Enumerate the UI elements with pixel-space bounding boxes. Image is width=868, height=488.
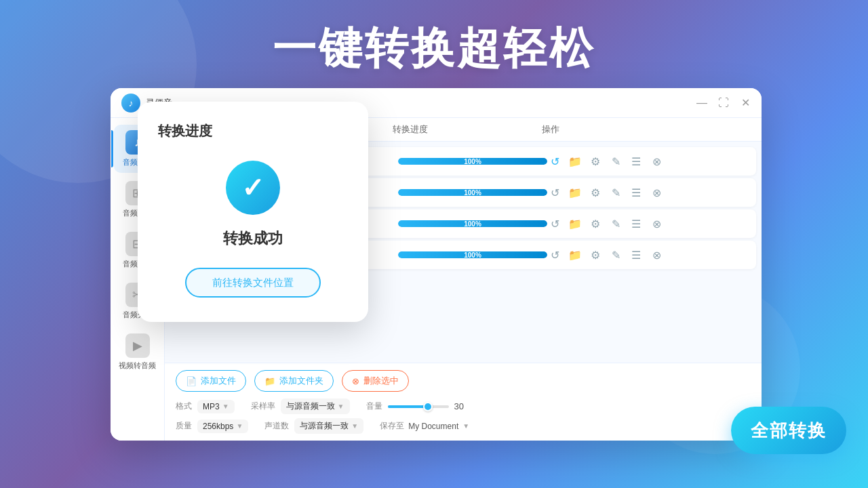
add-folder-label: 添加文件夹 bbox=[279, 375, 323, 387]
delete-icon-1[interactable]: ⊗ bbox=[649, 154, 664, 169]
refresh-icon-4[interactable]: ↺ bbox=[547, 247, 562, 262]
app-logo-symbol: ♪ bbox=[129, 98, 134, 108]
add-file-button[interactable]: 📄 添加文件 bbox=[176, 370, 246, 392]
quality-label: 质量 bbox=[176, 420, 192, 432]
convert-all-label: 全部转换 bbox=[751, 419, 827, 443]
delete-icon-2[interactable]: ⊗ bbox=[649, 185, 664, 200]
channel-arrow-icon: ▼ bbox=[351, 422, 358, 430]
list-icon-3[interactable]: ☰ bbox=[629, 216, 644, 231]
volume-slider[interactable] bbox=[388, 405, 449, 408]
save-path-arrow-icon: ▼ bbox=[462, 422, 469, 430]
delete-icon-3[interactable]: ⊗ bbox=[649, 216, 664, 231]
toolbar-row1: 📄 添加文件 📁 添加文件夹 ⊗ 删除选中 bbox=[176, 370, 751, 392]
sample-rate-label: 采样率 bbox=[251, 401, 275, 412]
folder-icon-2[interactable]: 📁 bbox=[568, 185, 583, 200]
quality-select[interactable]: 256kbps ▼ bbox=[197, 420, 248, 433]
volume-thumb[interactable] bbox=[423, 402, 433, 411]
format-label: 格式 bbox=[176, 401, 192, 412]
hero-title: 一键转换超轻松 bbox=[0, 19, 868, 78]
success-icon: ✓ bbox=[226, 161, 280, 215]
col-header-progress: 转换进度 bbox=[393, 123, 542, 136]
save-path-label: 保存至 bbox=[380, 420, 404, 432]
channel-value: 与源音频一致 bbox=[300, 420, 349, 432]
volume-setting: 音量 30 bbox=[366, 401, 464, 412]
close-button[interactable]: ✕ bbox=[740, 98, 751, 108]
folder-icon-1[interactable]: 📁 bbox=[568, 154, 583, 169]
add-file-label: 添加文件 bbox=[201, 375, 236, 387]
row-actions-4: ↺ 📁 ⚙ ✎ ☰ ⊗ bbox=[547, 247, 745, 262]
delete-selected-label: 删除选中 bbox=[363, 375, 399, 387]
progress-label-1: 100% bbox=[464, 158, 481, 165]
format-select[interactable]: MP3 ▼ bbox=[197, 400, 235, 413]
app-logo: ♪ bbox=[121, 94, 140, 113]
save-path-value: My Document bbox=[408, 422, 458, 431]
format-value: MP3 bbox=[203, 402, 220, 411]
list-icon-1[interactable]: ☰ bbox=[629, 154, 644, 169]
success-text: 转换成功 bbox=[223, 228, 283, 249]
progress-label-2: 100% bbox=[464, 189, 481, 196]
video-to-audio-icon: ▶ bbox=[125, 333, 150, 358]
folder-icon-3[interactable]: 📁 bbox=[568, 216, 583, 231]
settings-icon-4[interactable]: ⚙ bbox=[588, 247, 603, 262]
sidebar-label-video-to-audio: 视频转音频 bbox=[119, 361, 156, 371]
volume-value: 30 bbox=[454, 401, 464, 411]
toolbar-row2: 格式 MP3 ▼ 采样率 与源音频一致 ▼ 音量 bbox=[176, 399, 751, 414]
row-actions-3: ↺ 📁 ⚙ ✎ ☰ ⊗ bbox=[547, 216, 745, 231]
add-folder-button[interactable]: 📁 添加文件夹 bbox=[254, 370, 334, 392]
maximize-button[interactable]: ⛶ bbox=[718, 98, 729, 108]
title-bar-controls: — ⛶ ✕ bbox=[696, 98, 751, 108]
channel-select[interactable]: 与源音频一致 ▼ bbox=[294, 418, 363, 434]
row-actions-1: ↺ 📁 ⚙ ✎ ☰ ⊗ bbox=[547, 154, 745, 169]
format-setting: 格式 MP3 ▼ bbox=[176, 400, 235, 413]
delete-icon-4[interactable]: ⊗ bbox=[649, 247, 664, 262]
row-progress-1: 100% bbox=[398, 158, 547, 165]
sample-rate-arrow-icon: ▼ bbox=[338, 403, 344, 410]
edit-icon-2[interactable]: ✎ bbox=[608, 185, 623, 200]
quality-setting: 质量 256kbps ▼ bbox=[176, 420, 248, 433]
channel-setting: 声道数 与源音频一致 ▼ bbox=[264, 418, 363, 434]
row-actions-2: ↺ 📁 ⚙ ✎ ☰ ⊗ bbox=[547, 185, 745, 200]
convert-all-button[interactable]: 全部转换 bbox=[731, 407, 846, 454]
toolbar-row3: 质量 256kbps ▼ 声道数 与源音频一致 ▼ bbox=[176, 418, 751, 434]
delete-icon: ⊗ bbox=[352, 376, 359, 386]
folder-icon-4[interactable]: 📁 bbox=[568, 247, 583, 262]
save-path-setting: 保存至 My Document ▼ bbox=[380, 420, 469, 432]
sidebar-item-video-to-audio[interactable]: ▶ 视频转音频 bbox=[114, 328, 161, 376]
sample-rate-value: 与源音频一致 bbox=[286, 401, 335, 412]
volume-label: 音量 bbox=[366, 401, 382, 412]
refresh-icon-2[interactable]: ↺ bbox=[547, 185, 562, 200]
settings-icon-2[interactable]: ⚙ bbox=[588, 185, 603, 200]
sample-rate-select[interactable]: 与源音频一致 ▼ bbox=[281, 399, 350, 414]
volume-fill bbox=[388, 405, 425, 408]
row-progress-2: 100% bbox=[398, 189, 547, 196]
modal-card: 转换进度 ✓ 转换成功 前往转换文件位置 bbox=[138, 102, 368, 322]
col-header-operation: 操作 bbox=[542, 123, 751, 136]
quality-arrow-icon: ▼ bbox=[236, 422, 243, 430]
progress-label-3: 100% bbox=[464, 220, 481, 227]
edit-icon-3[interactable]: ✎ bbox=[608, 216, 623, 231]
refresh-icon-1[interactable]: ↺ bbox=[547, 154, 562, 169]
add-folder-icon: 📁 bbox=[264, 376, 275, 386]
list-icon-4[interactable]: ☰ bbox=[629, 247, 644, 262]
delete-selected-button[interactable]: ⊗ 删除选中 bbox=[342, 370, 409, 392]
quality-value: 256kbps bbox=[203, 422, 233, 431]
minimize-button[interactable]: — bbox=[696, 98, 707, 108]
check-icon: ✓ bbox=[241, 172, 264, 203]
add-file-icon: 📄 bbox=[186, 376, 197, 386]
format-arrow-icon: ▼ bbox=[222, 403, 229, 410]
edit-icon-4[interactable]: ✎ bbox=[608, 247, 623, 262]
row-progress-3: 100% bbox=[398, 220, 547, 227]
row-progress-4: 100% bbox=[398, 251, 547, 258]
progress-label-4: 100% bbox=[464, 251, 481, 258]
settings-icon-1[interactable]: ⚙ bbox=[588, 154, 603, 169]
bottom-toolbar: 📄 添加文件 📁 添加文件夹 ⊗ 删除选中 格式 bbox=[165, 363, 762, 441]
list-icon-2[interactable]: ☰ bbox=[629, 185, 644, 200]
sample-rate-setting: 采样率 与源音频一致 ▼ bbox=[251, 399, 350, 414]
modal-title: 转换进度 bbox=[158, 122, 212, 140]
channel-label: 声道数 bbox=[264, 420, 289, 432]
settings-icon-3[interactable]: ⚙ bbox=[588, 216, 603, 231]
goto-file-button[interactable]: 前往转换文件位置 bbox=[185, 268, 321, 298]
edit-icon-1[interactable]: ✎ bbox=[608, 154, 623, 169]
refresh-icon-3[interactable]: ↺ bbox=[547, 216, 562, 231]
goto-file-label: 前往转换文件位置 bbox=[212, 277, 294, 289]
